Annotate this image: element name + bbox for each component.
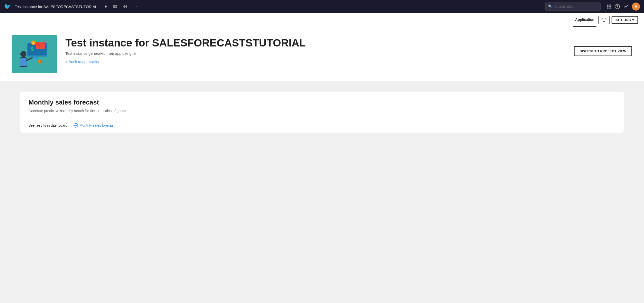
flow-button[interactable] — [112, 4, 118, 9]
svg-rect-13 — [610, 6, 611, 7]
forecast-card: Monthly sales forecast Generate predicti… — [20, 91, 624, 133]
app-title: Test instance for SALESFORECASTSTUTORIAL — [15, 5, 97, 9]
svg-point-31 — [36, 57, 38, 59]
search-input[interactable] — [554, 5, 598, 9]
waffle-button[interactable] — [607, 4, 611, 9]
svg-rect-8 — [607, 5, 608, 6]
dashboard-link-text: Monthly sales forecast — [79, 123, 114, 127]
svg-rect-16 — [610, 8, 611, 9]
svg-point-32 — [38, 60, 42, 64]
sub-nav: Application 💬 ACTIONS ▾ — [0, 13, 644, 27]
top-nav: 🐦 Test instance for SALESFORECASTSTUTORI… — [0, 0, 644, 13]
app-header: $ $ Test instance for SALESFORE — [0, 27, 644, 81]
svg-rect-11 — [607, 6, 608, 7]
svg-rect-14 — [607, 8, 608, 9]
dashboard-link-icon — [73, 123, 78, 128]
page-title: Test instance for SALESFORECASTSTUTORIAL — [65, 37, 566, 49]
nav-right-icons: A — [607, 3, 640, 11]
svg-text:$: $ — [32, 41, 34, 44]
search-icon: 🔍 — [548, 5, 552, 9]
svg-rect-7 — [125, 7, 127, 8]
tab-application[interactable]: Application — [573, 13, 596, 27]
dashboard-nav-button[interactable] — [122, 4, 128, 9]
svg-rect-10 — [610, 5, 611, 6]
svg-rect-6 — [123, 7, 125, 8]
card-header: Monthly sales forecast Generate predicti… — [20, 91, 624, 118]
search-box: 🔍 — [545, 3, 601, 11]
svg-rect-2 — [115, 6, 116, 8]
nav-actions: ··· — [103, 3, 139, 10]
card-description: Generate predictive sales by month for t… — [28, 109, 616, 113]
svg-point-30 — [34, 57, 36, 59]
monthly-sales-forecast-link[interactable]: Monthly sales forecast — [73, 123, 114, 128]
svg-rect-1 — [113, 5, 114, 8]
svg-rect-15 — [609, 8, 610, 9]
svg-point-18 — [617, 8, 618, 8]
svg-rect-9 — [609, 5, 610, 6]
avatar[interactable]: A — [632, 3, 640, 11]
svg-text:$: $ — [31, 46, 34, 52]
main-content: Monthly sales forecast Generate predicti… — [0, 81, 644, 299]
chat-button[interactable]: 💬 — [598, 16, 610, 24]
svg-rect-12 — [609, 6, 610, 7]
switch-to-project-view-button[interactable]: SWITCH TO PROJECT VIEW — [574, 46, 632, 56]
app-thumbnail: $ $ — [12, 35, 57, 73]
back-to-application-link[interactable]: < Back to application — [65, 60, 100, 64]
app-description: Test instance generated from app designe… — [65, 51, 566, 56]
svg-rect-3 — [116, 5, 117, 8]
svg-marker-0 — [105, 5, 107, 8]
svg-rect-28 — [20, 58, 27, 66]
svg-rect-4 — [123, 5, 125, 7]
svg-point-26 — [20, 51, 26, 57]
svg-rect-5 — [125, 5, 127, 7]
logo-icon: 🐦 — [4, 3, 11, 10]
card-footer: See results in dashboard Monthly sales f… — [20, 118, 624, 133]
play-button[interactable] — [103, 4, 109, 9]
more-button[interactable]: ··· — [131, 3, 139, 10]
actions-label: ACTIONS — [616, 18, 631, 22]
app-info: Test instance for SALESFORECASTSTUTORIAL… — [65, 35, 566, 64]
analytics-button[interactable] — [623, 4, 628, 9]
actions-button[interactable]: ACTIONS ▾ — [612, 16, 638, 24]
chevron-down-icon: ▾ — [632, 18, 634, 22]
help-button[interactable] — [615, 4, 620, 9]
chat-icon: 💬 — [601, 18, 607, 22]
results-label: See results in dashboard — [28, 123, 67, 127]
card-title: Monthly sales forecast — [28, 98, 616, 106]
